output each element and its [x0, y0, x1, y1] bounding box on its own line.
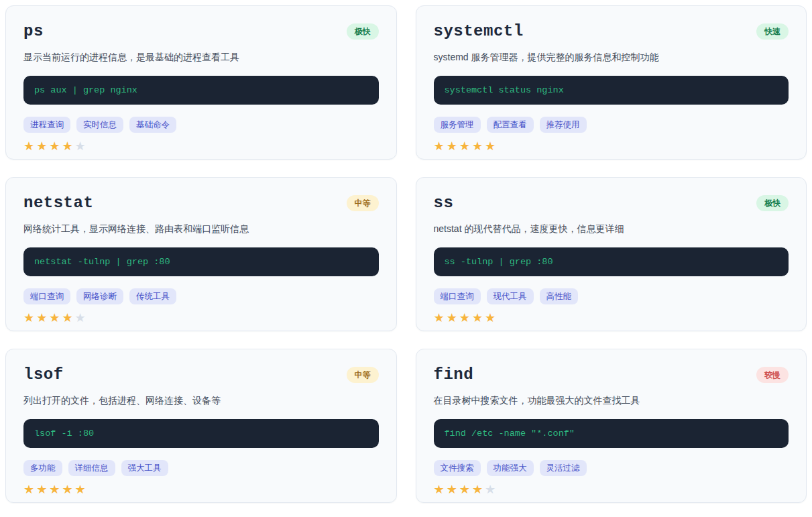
command-text: systemctl status nginx [445, 85, 564, 95]
command-code-block: lsof -i :80 [23, 419, 379, 448]
command-code-block: systemctl status nginx [434, 76, 789, 105]
tool-card[interactable]: ps 极快 显示当前运行的进程信息，是最基础的进程查看工具 ps aux | g… [5, 5, 397, 160]
tag-pill: 高性能 [540, 288, 579, 305]
tool-description: systemd 服务管理器，提供完整的服务信息和控制功能 [434, 51, 789, 64]
star-filled-icon: ★ [23, 483, 36, 496]
tool-card[interactable]: ss 极快 netstat 的现代替代品，速度更快，信息更详细 ss -tuln… [416, 177, 807, 331]
tag-pill: 推荐使用 [540, 117, 587, 133]
command-text: netstat -tulnp | grep :80 [34, 257, 170, 267]
star-filled-icon: ★ [62, 483, 74, 496]
tag-list: 服务管理配置查看推荐使用 [434, 117, 789, 133]
command-code-block: find /etc -name "*.conf" [434, 419, 789, 448]
star-filled-icon: ★ [23, 139, 36, 153]
star-filled-icon: ★ [434, 311, 447, 325]
star-filled-icon: ★ [36, 311, 49, 325]
command-code-block: ps aux | grep nginx [23, 76, 379, 105]
card-header: ps 极快 [23, 22, 379, 40]
tag-list: 端口查询网络诊断传统工具 [23, 288, 379, 305]
star-empty-icon: ★ [75, 311, 88, 325]
speed-badge: 极快 [756, 195, 789, 211]
card-header: netstat 中等 [23, 194, 379, 212]
star-filled-icon: ★ [459, 139, 472, 153]
star-filled-icon: ★ [23, 311, 36, 325]
star-filled-icon: ★ [434, 139, 447, 153]
tag-list: 进程查询实时信息基础命令 [23, 117, 379, 133]
tag-pill: 基础命令 [129, 117, 176, 133]
star-filled-icon: ★ [485, 311, 498, 325]
card-header: lsof 中等 [23, 365, 379, 384]
star-filled-icon: ★ [62, 311, 74, 325]
tag-pill: 功能强大 [487, 460, 534, 477]
star-filled-icon: ★ [472, 311, 485, 325]
star-filled-icon: ★ [36, 139, 49, 153]
star-empty-icon: ★ [485, 483, 498, 496]
tag-list: 端口查询现代工具高性能 [434, 288, 789, 305]
tool-description: 列出打开的文件，包括进程、网络连接、设备等 [23, 394, 379, 408]
tag-pill: 实时信息 [76, 117, 123, 133]
tag-pill: 强大工具 [121, 460, 168, 477]
tag-list: 多功能详细信息强大工具 [23, 460, 379, 477]
star-filled-icon: ★ [49, 483, 62, 496]
tool-title: lsof [23, 365, 64, 384]
tag-pill: 多功能 [23, 460, 62, 477]
star-filled-icon: ★ [434, 483, 447, 496]
star-filled-icon: ★ [49, 311, 62, 325]
speed-badge: 中等 [347, 195, 379, 211]
speed-badge: 极快 [347, 23, 379, 40]
command-code-block: ss -tulnp | grep :80 [434, 247, 789, 276]
star-filled-icon: ★ [36, 483, 49, 496]
tag-pill: 详细信息 [68, 460, 115, 477]
tag-pill: 配置查看 [487, 117, 534, 133]
tool-title: netstat [23, 194, 93, 212]
star-filled-icon: ★ [459, 483, 472, 496]
star-filled-icon: ★ [447, 139, 459, 153]
star-rating: ★★★★★ [434, 312, 789, 324]
star-rating: ★★★★★ [23, 140, 379, 152]
star-filled-icon: ★ [62, 139, 74, 153]
star-filled-icon: ★ [49, 139, 62, 153]
card-header: find 较慢 [434, 365, 789, 384]
command-text: ps aux | grep nginx [34, 85, 137, 95]
tag-list: 文件搜索功能强大灵活过滤 [434, 460, 789, 477]
tag-pill: 灵活过滤 [540, 460, 587, 477]
tag-pill: 现代工具 [487, 288, 534, 305]
card-grid: ps 极快 显示当前运行的进程信息，是最基础的进程查看工具 ps aux | g… [5, 5, 807, 503]
tag-pill: 端口查询 [23, 288, 70, 305]
star-rating: ★★★★★ [23, 312, 379, 324]
tag-pill: 服务管理 [434, 117, 481, 133]
tool-title: ss [434, 194, 454, 212]
tool-description: netstat 的现代替代品，速度更快，信息更详细 [434, 223, 789, 236]
tool-card[interactable]: netstat 中等 网络统计工具，显示网络连接、路由表和端口监听信息 nets… [5, 177, 397, 331]
tool-card[interactable]: systemctl 快速 systemd 服务管理器，提供完整的服务信息和控制功… [416, 5, 807, 160]
tool-description: 在目录树中搜索文件，功能最强大的文件查找工具 [434, 394, 789, 408]
star-filled-icon: ★ [459, 311, 472, 325]
tool-description: 显示当前运行的进程信息，是最基础的进程查看工具 [23, 51, 379, 64]
speed-badge: 较慢 [756, 367, 789, 383]
tag-pill: 进程查询 [23, 117, 70, 133]
tag-pill: 端口查询 [434, 288, 481, 305]
tag-pill: 网络诊断 [76, 288, 123, 305]
tool-card[interactable]: lsof 中等 列出打开的文件，包括进程、网络连接、设备等 lsof -i :8… [5, 349, 397, 503]
tool-card[interactable]: find 较慢 在目录树中搜索文件，功能最强大的文件查找工具 find /etc… [416, 349, 807, 503]
tool-title: systemctl [434, 22, 524, 40]
speed-badge: 快速 [756, 23, 789, 40]
command-text: find /etc -name "*.conf" [445, 428, 575, 439]
tag-pill: 传统工具 [129, 288, 176, 305]
star-filled-icon: ★ [75, 483, 88, 496]
card-header: systemctl 快速 [434, 22, 789, 40]
star-rating: ★★★★★ [23, 483, 379, 496]
star-filled-icon: ★ [447, 311, 459, 325]
star-filled-icon: ★ [485, 139, 498, 153]
star-rating: ★★★★★ [434, 483, 789, 496]
speed-badge: 中等 [347, 367, 379, 383]
tool-description: 网络统计工具，显示网络连接、路由表和端口监听信息 [23, 223, 379, 236]
star-empty-icon: ★ [75, 139, 88, 153]
star-filled-icon: ★ [447, 483, 459, 496]
star-rating: ★★★★★ [434, 140, 789, 152]
tool-title: find [434, 365, 474, 384]
command-text: ss -tulnp | grep :80 [445, 257, 553, 267]
card-header: ss 极快 [434, 194, 789, 212]
tag-pill: 文件搜索 [434, 460, 481, 477]
tool-title: ps [23, 22, 44, 40]
star-filled-icon: ★ [472, 483, 485, 496]
